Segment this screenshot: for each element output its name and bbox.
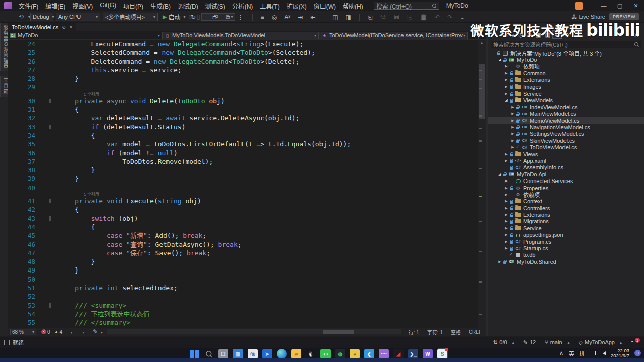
expand-arrow-icon[interactable]: ▶ xyxy=(504,219,509,223)
collapse-arrow-icon[interactable]: ◢ xyxy=(504,98,509,102)
tree-item[interactable]: ▶Context xyxy=(488,198,644,205)
indent-mode[interactable]: 空格 xyxy=(447,328,465,336)
expand-arrow-icon[interactable]: ▶ xyxy=(504,159,509,163)
tree-item[interactable]: ◢ViewModels xyxy=(488,97,644,104)
tree-item[interactable]: ▶⚙依赖项 xyxy=(488,63,644,70)
expand-arrow-icon[interactable]: ▶ xyxy=(504,193,509,197)
ime-language[interactable]: 英 xyxy=(569,349,574,357)
start-button[interactable] xyxy=(189,349,199,359)
scrollbar-thumb[interactable] xyxy=(479,64,485,119)
tab-close-icon[interactable]: ✕ xyxy=(69,25,73,30)
pencil-icon[interactable]: ✎▾ xyxy=(91,328,104,335)
tree-item[interactable]: ▶C#MemoViewModel.cs xyxy=(488,117,644,124)
platform-combo[interactable]: Any CPU▾ xyxy=(56,13,100,21)
expand-arrow-icon[interactable]: ▶ xyxy=(504,206,509,210)
menu-item-12[interactable]: 帮助(H) xyxy=(339,0,367,12)
tree-item[interactable]: ▶Service xyxy=(488,90,644,97)
menu-item-1[interactable]: 编辑(E) xyxy=(42,0,69,12)
scroll-up-icon[interactable]: ▲ xyxy=(478,41,486,45)
properties-icon[interactable]: ⚙ xyxy=(562,31,571,39)
maximize-button[interactable]: ▢ xyxy=(612,0,628,11)
uncomment-icon[interactable]: ◨ xyxy=(344,14,353,21)
ime-mode[interactable]: 拼 xyxy=(579,349,585,357)
vscode-button[interactable]: ❮ xyxy=(364,349,374,359)
expand-arrow-icon[interactable]: ▶ xyxy=(504,92,509,96)
home-icon[interactable]: ⌂ xyxy=(502,32,510,39)
file-explorer-button[interactable]: ▰ xyxy=(291,349,301,359)
tree-item[interactable]: ▶C#SettingsViewModel.cs xyxy=(488,131,644,137)
notifications-bell-icon[interactable]: 1 xyxy=(631,339,637,345)
expand-arrow-icon[interactable]: ▶ xyxy=(510,105,515,109)
git-branch[interactable]: ⑂ main▴ xyxy=(545,339,569,345)
tree-item[interactable]: to.db xyxy=(488,252,644,258)
expand-arrow-icon[interactable]: ▶ xyxy=(504,240,509,244)
menu-item-7[interactable]: 测试(S) xyxy=(202,0,229,12)
split-window-icon[interactable]: ⧉ xyxy=(224,14,232,21)
tree-item[interactable]: ▶</>App.xaml xyxy=(488,157,644,164)
expand-arrow-icon[interactable]: ▶ xyxy=(510,119,515,123)
tree-item[interactable]: ▶Views xyxy=(488,151,644,157)
menu-item-0[interactable]: 文件(F) xyxy=(15,0,42,12)
collapse-arrow-icon[interactable]: ◢ xyxy=(497,172,502,176)
tree-item[interactable]: ▶C#MainViewModel.cs xyxy=(488,111,644,117)
hscrollbar-thumb[interactable] xyxy=(323,330,354,334)
tree-item[interactable]: 解决方案"MyToDo"(3 个项目, 共 3 个) xyxy=(488,50,644,56)
startup-project-combo[interactable]: <多个启动项目>▾ xyxy=(103,13,158,21)
speaker-icon[interactable] xyxy=(601,351,606,355)
purple-app-button[interactable]: ᴖᴖ xyxy=(379,349,389,359)
menu-item-6[interactable]: 调试(D) xyxy=(174,0,202,12)
notification-center-badge[interactable]: 3 xyxy=(634,350,641,356)
tree-item[interactable]: ▶C#IndexViewModel.cs xyxy=(488,104,644,110)
menu-item-8[interactable]: 分析(N) xyxy=(229,0,257,12)
editor-vertical-scrollbar[interactable]: ▲ xyxy=(478,40,486,328)
new-window-icon[interactable]: 🗗 xyxy=(211,14,220,21)
codelens-references[interactable]: 1 个引用 xyxy=(8,92,478,97)
more-icon[interactable]: ⌄ xyxy=(458,14,466,21)
menu-item-3[interactable]: Git(G) xyxy=(96,0,120,12)
expand-arrow-icon[interactable]: ▶ xyxy=(504,226,509,230)
show-all-files-icon[interactable]: ▤ xyxy=(543,31,552,39)
tree-item[interactable]: ▶C#Program.cs xyxy=(488,238,644,245)
close-button[interactable]: ✕ xyxy=(628,0,644,11)
indent-in-icon[interactable]: ⇥ xyxy=(296,14,304,21)
solution-explorer-close-icon[interactable]: ✕ xyxy=(631,32,642,39)
menu-item-5[interactable]: 生成(B) xyxy=(147,0,174,12)
tree-item[interactable]: ▶C#MyToDo.Shared xyxy=(488,258,644,265)
screenshot-app-button[interactable]: S xyxy=(437,349,447,359)
tree-item[interactable]: C#AssemblyInfo.cs xyxy=(488,164,644,171)
tree-item[interactable]: ▶C#Startup.cs xyxy=(488,245,644,251)
search-button[interactable] xyxy=(204,349,214,359)
configuration-combo[interactable]: Debug▾ xyxy=(30,13,53,21)
pin-icon[interactable]: ⊙ xyxy=(62,25,66,30)
breadcrumb-project[interactable]: C# MyToDo▾ xyxy=(8,32,162,39)
tree-item[interactable]: ▶Connected Services xyxy=(488,177,644,184)
wechat-button[interactable]: ◖◗ xyxy=(320,349,331,359)
tray-clock[interactable]: 22:03 2021/9/7 xyxy=(611,348,629,358)
nav-backward-icon[interactable]: ⟲ xyxy=(17,13,25,20)
tree-item[interactable]: ▶⚙依赖项 xyxy=(488,191,644,198)
expand-arrow-icon[interactable]: ▶ xyxy=(504,199,509,203)
terminal-button[interactable]: ❯_ xyxy=(408,349,418,359)
text-case-icon[interactable]: A² xyxy=(283,14,292,21)
yellow-app-button[interactable]: ◕ xyxy=(350,349,360,359)
expand-arrow-icon[interactable]: ▶ xyxy=(510,112,515,116)
expand-arrow-icon[interactable]: ▶ xyxy=(504,78,509,82)
pending-changes-icon[interactable]: ◷ xyxy=(516,31,525,39)
nav-back-icon[interactable]: ← xyxy=(68,328,77,335)
menu-item-11[interactable]: 窗口(W) xyxy=(310,0,339,12)
tree-item[interactable]: ▶C#NavigationViewModel.cs xyxy=(488,124,644,130)
tree-item[interactable]: ▶Images xyxy=(488,83,644,90)
tree-item[interactable]: ▶Service xyxy=(488,225,644,231)
edge-button[interactable] xyxy=(277,349,287,359)
refresh-icon[interactable]: ↻ xyxy=(525,31,534,39)
expand-arrow-icon[interactable]: ▶ xyxy=(497,260,502,264)
eol-mode[interactable]: CRLF xyxy=(465,329,486,335)
split-editor-button[interactable]: ÷ xyxy=(470,32,479,39)
green-ring-app-button[interactable]: ◍ xyxy=(335,349,345,359)
expand-arrow-icon[interactable]: ▶ xyxy=(510,125,515,129)
power-automate-button[interactable]: ➤ xyxy=(262,349,272,359)
expand-arrow-icon[interactable]: ▶ xyxy=(504,152,509,156)
tab-todoviewmodel[interactable]: ToDoViewModel.cs ⊙ ✕ xyxy=(8,23,76,31)
red-black-app-button[interactable]: ◢ xyxy=(393,349,404,359)
zoom-combo[interactable]: 68 %▾ xyxy=(10,329,36,335)
